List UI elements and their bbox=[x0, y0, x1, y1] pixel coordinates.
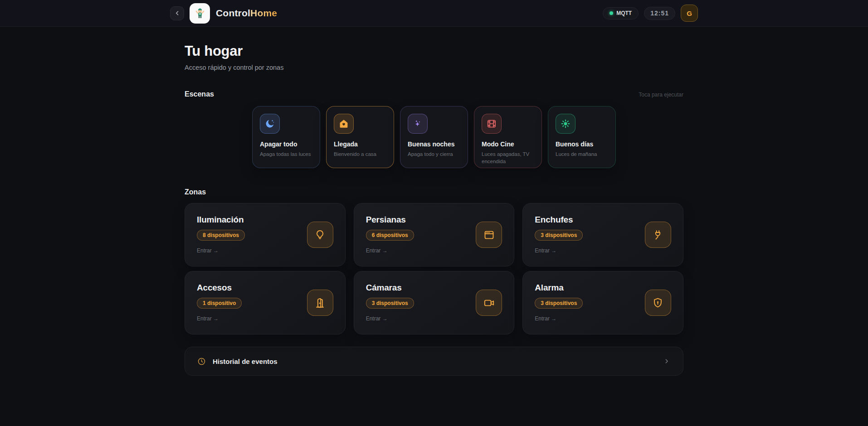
sparkles-icon bbox=[412, 118, 423, 129]
scenes-hint: Toca para ejecutar bbox=[639, 92, 683, 98]
zone-tile bbox=[476, 290, 502, 316]
device-count-badge: 3 dispositivos bbox=[366, 298, 414, 309]
back-button[interactable] bbox=[170, 6, 184, 20]
history-label: Historial de eventos bbox=[213, 358, 278, 365]
scene-subtitle: Apaga todas las luces bbox=[260, 150, 312, 158]
scene-title: Buenos días bbox=[556, 140, 608, 148]
zone-tile bbox=[307, 222, 333, 248]
zone-card-enchufes[interactable]: Enchufes 3 dispositivos Entrar → bbox=[522, 203, 683, 266]
page-subtitle: Acceso rápido y control por zonas bbox=[185, 64, 683, 71]
scene-tile bbox=[260, 114, 280, 134]
lightbulb-icon bbox=[314, 229, 326, 241]
chevron-left-icon bbox=[173, 9, 181, 17]
app-header: ControlHome MQTT 12:51 G bbox=[0, 0, 868, 27]
door-open-icon bbox=[314, 297, 326, 309]
mqtt-label: MQTT bbox=[616, 10, 632, 16]
device-count-badge: 8 dispositivos bbox=[197, 230, 245, 241]
status-dot-icon bbox=[610, 11, 613, 15]
enter-link[interactable]: Entrar → bbox=[197, 247, 333, 254]
scene-tile bbox=[408, 114, 428, 134]
scene-tile bbox=[482, 114, 502, 134]
zone-tile bbox=[645, 290, 671, 316]
zone-card-persianas[interactable]: Persianas 6 dispositivos Entrar → bbox=[354, 203, 515, 266]
scene-title: Buenas noches bbox=[408, 140, 460, 148]
scene-title: Llegada bbox=[334, 140, 386, 148]
clock-badge: 12:51 bbox=[644, 7, 675, 20]
zone-card-camaras[interactable]: Cámaras 3 dispositivos Entrar → bbox=[354, 271, 515, 334]
zone-tile bbox=[645, 222, 671, 248]
app-title-accent: Home bbox=[250, 8, 277, 18]
scene-card-apagar-todo[interactable]: Apagar todo Apaga todas las luces bbox=[252, 106, 320, 168]
plug-icon bbox=[652, 229, 664, 241]
scene-card-buenos-dias[interactable]: Buenos días Luces de mañana bbox=[548, 106, 616, 168]
app-title-primary: Control bbox=[216, 8, 250, 18]
device-count-badge: 3 dispositivos bbox=[535, 298, 583, 309]
zones-section-label: Zonas bbox=[185, 188, 683, 196]
scene-card-buenas-noches[interactable]: Buenas noches Apaga todo y cierra bbox=[400, 106, 468, 168]
scene-title: Apagar todo bbox=[260, 140, 312, 148]
scene-subtitle: Bienvenido a casa bbox=[334, 150, 386, 158]
scene-card-llegada[interactable]: Llegada Bienvenido a casa bbox=[326, 106, 394, 168]
scene-subtitle: Apaga todo y cierra bbox=[408, 150, 460, 158]
scene-subtitle: Luces apagadas, TV encendida bbox=[482, 150, 534, 165]
page-title: Tu hogar bbox=[185, 43, 683, 59]
scene-subtitle: Luces de mañana bbox=[556, 150, 608, 158]
enter-link[interactable]: Entrar → bbox=[366, 247, 502, 254]
avatar[interactable]: G bbox=[681, 5, 698, 22]
mascot-icon bbox=[192, 5, 208, 21]
enter-link[interactable]: Entrar → bbox=[197, 315, 333, 322]
zone-tile bbox=[476, 222, 502, 248]
scenes-section-label: Escenas bbox=[185, 90, 214, 98]
zone-card-alarma[interactable]: Alarma 3 dispositivos Entrar → bbox=[522, 271, 683, 334]
enter-link[interactable]: Entrar → bbox=[366, 315, 502, 322]
shield-keyhole-icon bbox=[652, 297, 664, 309]
history-row[interactable]: Historial de eventos bbox=[185, 347, 683, 376]
scene-tile bbox=[334, 114, 354, 134]
device-count-badge: 3 dispositivos bbox=[535, 230, 583, 241]
zones-grid: Iluminación 8 dispositivos Entrar → Pers… bbox=[185, 203, 683, 334]
zone-card-iluminacion[interactable]: Iluminación 8 dispositivos Entrar → bbox=[185, 203, 346, 266]
chevron-right-icon bbox=[662, 357, 671, 366]
zone-card-accesos[interactable]: Accesos 1 dispositivo Entrar → bbox=[185, 271, 346, 334]
app-logo-mascot bbox=[190, 3, 210, 24]
video-camera-icon bbox=[483, 297, 495, 309]
sun-icon bbox=[560, 118, 571, 129]
scene-tile bbox=[556, 114, 575, 134]
scene-title: Modo Cine bbox=[482, 140, 534, 148]
main-content: Tu hogar Acceso rápido y control por zon… bbox=[185, 27, 683, 376]
app-title: ControlHome bbox=[216, 8, 277, 19]
mqtt-status-badge[interactable]: MQTT bbox=[603, 7, 639, 19]
scene-card-modo-cine[interactable]: Modo Cine Luces apagadas, TV encendida bbox=[474, 106, 542, 168]
time-value: 12:51 bbox=[650, 10, 669, 17]
home-heart-icon bbox=[338, 118, 349, 129]
blinds-icon bbox=[483, 229, 495, 241]
enter-link[interactable]: Entrar → bbox=[535, 247, 671, 254]
moon-icon bbox=[264, 118, 275, 129]
scenes-row: Apagar todo Apaga todas las luces Llegad… bbox=[185, 106, 683, 168]
zone-tile bbox=[307, 290, 333, 316]
device-count-badge: 6 dispositivos bbox=[366, 230, 414, 241]
enter-link[interactable]: Entrar → bbox=[535, 315, 671, 322]
device-count-badge: 1 dispositivo bbox=[197, 298, 242, 309]
film-icon bbox=[486, 118, 497, 129]
clock-icon bbox=[197, 357, 206, 366]
